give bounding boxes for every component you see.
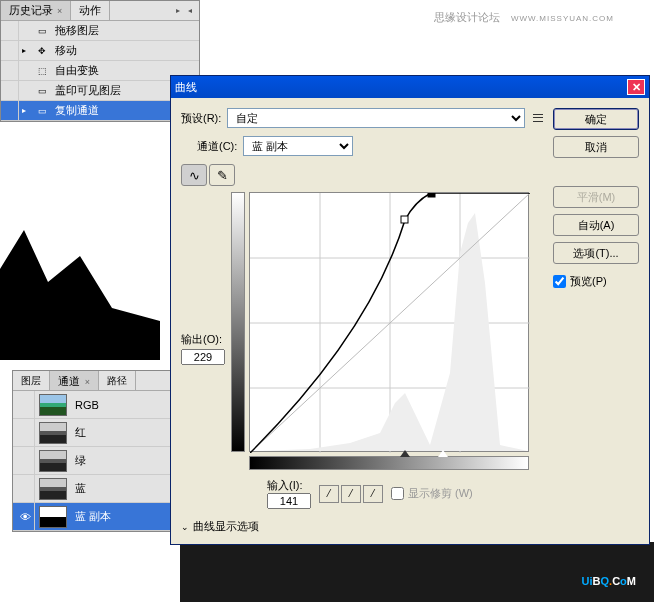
- output-input[interactable]: [181, 349, 225, 365]
- menu-icon[interactable]: [531, 111, 545, 125]
- options-button[interactable]: 选项(T)...: [553, 242, 639, 264]
- history-step-icon: ▭: [33, 104, 51, 118]
- watermark-text: 思缘设计论坛: [434, 11, 500, 23]
- preview-checkbox[interactable]: 预览(P): [553, 274, 639, 289]
- close-icon[interactable]: ×: [85, 377, 90, 387]
- channel-thumbnail: [39, 450, 67, 472]
- channel-thumbnail: [39, 478, 67, 500]
- history-item-label: 拖移图层: [55, 23, 99, 38]
- tab-history[interactable]: 历史记录×: [1, 1, 71, 20]
- history-tabs: 历史记录× 动作: [1, 1, 110, 20]
- visibility-toggle[interactable]: [5, 41, 19, 60]
- watermark-bottom: UiBQ.CoM: [582, 569, 636, 590]
- dialog-titlebar[interactable]: 曲线 ✕: [171, 76, 649, 98]
- history-step-icon: ✥: [33, 44, 51, 58]
- visibility-eye-icon[interactable]: [17, 475, 35, 502]
- output-label: 输出(O):: [181, 332, 225, 347]
- eyedropper-black-icon[interactable]: ⁄: [319, 485, 339, 503]
- visibility-eye-icon[interactable]: [17, 419, 35, 446]
- horizontal-gradient[interactable]: [249, 456, 529, 470]
- history-item-label: 自由变换: [55, 63, 99, 78]
- slider-black-icon[interactable]: [400, 450, 410, 457]
- history-item-label: 移动: [55, 43, 77, 58]
- slider-white-icon[interactable]: [438, 450, 448, 457]
- smooth-button: 平滑(M): [553, 186, 639, 208]
- display-options-toggle[interactable]: ⌄ 曲线显示选项: [181, 519, 545, 534]
- history-item-label: 盖印可见图层: [55, 83, 121, 98]
- visibility-eye-icon[interactable]: 👁: [17, 503, 35, 530]
- chevron-left-icon[interactable]: ◂: [185, 6, 195, 16]
- history-step-icon: ▭: [33, 84, 51, 98]
- arrow-icon: ▸: [19, 46, 29, 55]
- input-input[interactable]: [267, 493, 311, 509]
- eyedropper-white-icon[interactable]: ⁄: [363, 485, 383, 503]
- channel-thumbnail: [39, 394, 67, 416]
- history-item-label: 复制通道: [55, 103, 99, 118]
- chevron-down-icon: ⌄: [181, 522, 189, 532]
- curve-tool-icon[interactable]: ∿: [181, 164, 207, 186]
- visibility-eye-icon[interactable]: [17, 447, 35, 474]
- preset-select[interactable]: 自定: [227, 108, 525, 128]
- panel-controls: ▸ ◂: [173, 6, 199, 16]
- cancel-button[interactable]: 取消: [553, 136, 639, 158]
- history-step-icon: ⬚: [33, 64, 51, 78]
- ok-button[interactable]: 确定: [553, 108, 639, 130]
- channel-select[interactable]: 蓝 副本: [243, 136, 353, 156]
- tab-paths[interactable]: 路径: [99, 371, 136, 390]
- history-item[interactable]: ▸✥移动: [1, 41, 199, 61]
- curves-dialog: 曲线 ✕ 预设(R): 自定 通道(C): 蓝 副本 ∿ ✎ 输出(O):: [170, 75, 650, 545]
- visibility-toggle[interactable]: [5, 81, 19, 100]
- tab-layers[interactable]: 图层: [13, 371, 50, 390]
- history-item[interactable]: ▭拖移图层: [1, 21, 199, 41]
- curve-graph[interactable]: [249, 192, 529, 452]
- arrow-icon: ▸: [19, 106, 29, 115]
- chevron-right-icon[interactable]: ▸: [173, 6, 183, 16]
- curve-point[interactable]: [401, 216, 408, 223]
- preset-label: 预设(R):: [181, 111, 221, 126]
- tab-actions[interactable]: 动作: [71, 1, 110, 20]
- tab-channels[interactable]: 通道 ×: [50, 371, 99, 390]
- channel-label: 通道(C):: [197, 139, 237, 154]
- curve-point[interactable]: [428, 193, 435, 197]
- auto-button[interactable]: 自动(A): [553, 214, 639, 236]
- channel-name: 蓝 副本: [71, 509, 179, 524]
- image-silhouette: [0, 230, 160, 360]
- history-header: 历史记录× 动作 ▸ ◂: [1, 1, 199, 21]
- channel-thumbnail: [39, 506, 67, 528]
- visibility-toggle[interactable]: [5, 101, 19, 120]
- close-icon[interactable]: ×: [57, 6, 62, 16]
- watermark-url: WWW.MISSYUAN.COM: [511, 14, 614, 23]
- visibility-toggle[interactable]: [5, 61, 19, 80]
- visibility-toggle[interactable]: [5, 21, 19, 40]
- watermark-top: 思缘设计论坛 WWW.MISSYUAN.COM: [434, 10, 614, 25]
- vertical-gradient: [231, 192, 245, 452]
- eyedropper-gray-icon[interactable]: ⁄: [341, 485, 361, 503]
- close-button[interactable]: ✕: [627, 79, 645, 95]
- show-clipping-checkbox[interactable]: 显示修剪 (W): [391, 486, 473, 501]
- history-step-icon: ▭: [33, 24, 51, 38]
- channel-thumbnail: [39, 422, 67, 444]
- visibility-eye-icon[interactable]: [17, 391, 35, 418]
- pencil-tool-icon[interactable]: ✎: [209, 164, 235, 186]
- input-label: 输入(I):: [267, 479, 302, 491]
- dialog-title-text: 曲线: [175, 80, 197, 95]
